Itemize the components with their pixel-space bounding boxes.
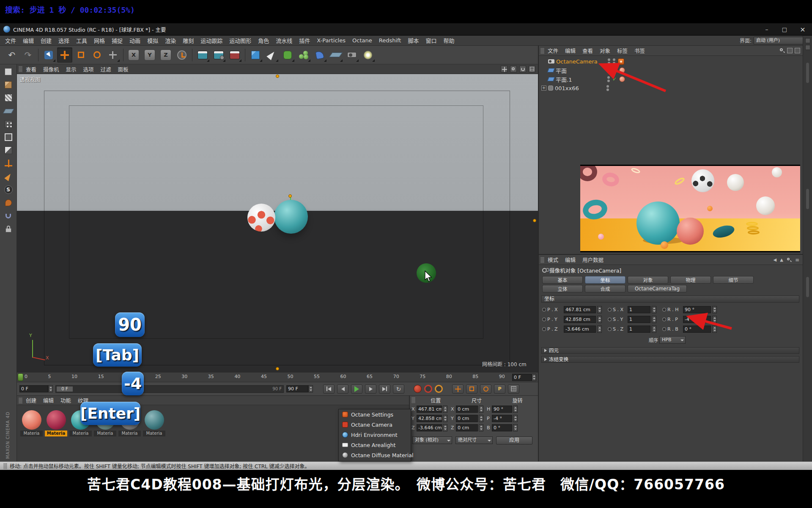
keyframe-selection-button[interactable]: [435, 385, 443, 393]
octane-menu-item-camera[interactable]: Octane Camera: [339, 420, 411, 430]
size-mode-dropdown[interactable]: 绝对尺寸: [455, 436, 493, 444]
panel-drag-handle[interactable]: [540, 257, 544, 263]
rot-h-spinner[interactable]: [513, 406, 518, 413]
coordinate-system-button[interactable]: [174, 47, 189, 63]
keyframe-dot[interactable]: [662, 327, 666, 331]
menu-plugins[interactable]: 插件: [296, 36, 313, 45]
floor-button[interactable]: [328, 47, 343, 63]
om-menu-bookmarks[interactable]: 书签: [631, 46, 648, 55]
record-parameter-toggle[interactable]: P: [494, 384, 505, 394]
order-dropdown[interactable]: HPB: [659, 336, 686, 344]
spline-pen-button[interactable]: [264, 47, 279, 63]
lock-icon[interactable]: [2, 223, 15, 235]
px-field[interactable]: 467.81 cm: [564, 306, 596, 313]
range-start-field[interactable]: 0 F: [19, 385, 48, 392]
tab-octanecameratag[interactable]: OctaneCameraTag: [628, 285, 687, 293]
render-view-button[interactable]: [195, 47, 210, 63]
autokey-button[interactable]: [424, 385, 432, 393]
record-keyframe-button[interactable]: [414, 385, 422, 393]
dock-icon[interactable]: [805, 38, 810, 43]
rp-field[interactable]: -4 °: [683, 316, 711, 323]
keyframe-dot[interactable]: [542, 308, 546, 312]
size-z-spinner[interactable]: [479, 424, 483, 431]
pan-view-icon[interactable]: [501, 66, 508, 72]
snap-icon[interactable]: [2, 210, 15, 222]
tweak-mode-icon[interactable]: [2, 171, 15, 182]
menu-window[interactable]: 窗口: [422, 36, 440, 45]
visibility-dots[interactable]: [606, 85, 610, 91]
deformer-button[interactable]: [312, 47, 327, 63]
pos-x-spinner[interactable]: [443, 406, 447, 413]
panel-drag-handle[interactable]: [19, 398, 22, 403]
toggle-views-icon[interactable]: [529, 66, 535, 72]
pos-z-spinner[interactable]: [443, 424, 447, 431]
object-row-octanecamera[interactable]: OctaneCamera: [541, 57, 800, 66]
menu-render[interactable]: 渲染: [162, 36, 179, 45]
object-row-plane1[interactable]: 平面.1 ✓: [541, 75, 800, 83]
keyframe-dot[interactable]: [608, 308, 612, 312]
range-end-spinner[interactable]: [308, 385, 313, 392]
size-z-field[interactable]: 0 cm: [456, 424, 478, 431]
viewport-menu-display[interactable]: 显示: [63, 64, 80, 74]
viewport-menu-panel[interactable]: 面板: [115, 64, 132, 74]
object-label-octanecamera[interactable]: OctaneCamera: [556, 58, 606, 65]
material-item[interactable]: Materia: [20, 410, 43, 436]
object-label-plane[interactable]: 平面: [556, 66, 606, 75]
rh-field[interactable]: 90 °: [683, 306, 711, 313]
keyframe-dot[interactable]: [542, 318, 546, 321]
visibility-dots[interactable]: [608, 58, 611, 64]
render-settings-button[interactable]: [211, 47, 226, 63]
py-spinner[interactable]: [597, 316, 602, 323]
paint-tool-icon[interactable]: [2, 197, 15, 209]
keyframe-dot[interactable]: [608, 327, 612, 331]
viewport-handle-top[interactable]: [276, 75, 279, 78]
scale-tool-button[interactable]: [73, 47, 88, 63]
tab-details[interactable]: 细节: [713, 276, 754, 284]
cloner-button[interactable]: [296, 47, 311, 63]
viewport-menu-options[interactable]: 选项: [80, 64, 97, 74]
window-titlebar[interactable]: CINEMA 4D R18.057 Studio (RC - R18) - [球…: [0, 23, 812, 36]
octane-camera-tag-icon[interactable]: [618, 58, 624, 65]
current-frame-field[interactable]: 0 F: [512, 374, 532, 381]
rp-spinner[interactable]: [712, 316, 717, 323]
size-y-field[interactable]: 0 cm: [456, 415, 478, 422]
material-thumbnail[interactable]: [145, 410, 164, 430]
menu-pipeline[interactable]: 流水线: [272, 36, 296, 45]
material-thumbnail[interactable]: [47, 410, 66, 430]
dock-tab-handle[interactable]: [806, 277, 809, 297]
object-label-plane1[interactable]: 平面.1: [556, 75, 606, 83]
octane-menu-item-hdri[interactable]: Hdri Environment: [339, 430, 411, 440]
pos-x-field[interactable]: 467.81 cm: [417, 406, 442, 413]
menu-file[interactable]: 文件: [2, 36, 19, 45]
rotate-tool-button[interactable]: [89, 47, 104, 63]
make-editable-icon[interactable]: [2, 66, 15, 77]
om-menu-edit[interactable]: 编辑: [562, 46, 579, 55]
apply-button[interactable]: 应用: [496, 436, 532, 444]
menu-select[interactable]: 选择: [55, 36, 73, 45]
points-mode-icon[interactable]: [2, 118, 15, 130]
rb-field[interactable]: 0 °: [683, 326, 711, 333]
range-end-field[interactable]: 90 F: [286, 385, 308, 392]
lock-x-axis-button[interactable]: X: [126, 47, 141, 63]
sy-spinner[interactable]: [652, 316, 656, 323]
keyframe-dot[interactable]: [662, 318, 666, 321]
goto-end-button[interactable]: [379, 384, 390, 394]
viewport-canvas[interactable]: Y X 透视视图 网格间距 : 100 cm: [17, 74, 538, 372]
recent-tool-button[interactable]: [105, 47, 121, 63]
dock-tab-handle[interactable]: [806, 189, 809, 209]
lock-z-axis-button[interactable]: Z: [158, 47, 173, 63]
history-back-icon[interactable]: ◀: [774, 257, 777, 262]
size-y-spinner[interactable]: [479, 415, 483, 422]
panel-drag-handle[interactable]: [3, 463, 7, 469]
frame-spinner[interactable]: [532, 374, 536, 381]
keyframe-dot[interactable]: [662, 308, 666, 312]
am-menu-userdata[interactable]: 用户数据: [579, 255, 607, 265]
menu-edit[interactable]: 编辑: [19, 36, 37, 45]
history-up-icon[interactable]: ▲: [780, 257, 783, 262]
render-visibility-dots[interactable]: [613, 58, 616, 64]
om-menu-view[interactable]: 查看: [579, 46, 596, 55]
coordinates-section-header[interactable]: 坐标: [541, 295, 799, 303]
viewport-menu-filter[interactable]: 过滤: [97, 64, 115, 74]
sz-spinner[interactable]: [652, 326, 656, 333]
om-menu-file[interactable]: 文件: [544, 46, 562, 55]
